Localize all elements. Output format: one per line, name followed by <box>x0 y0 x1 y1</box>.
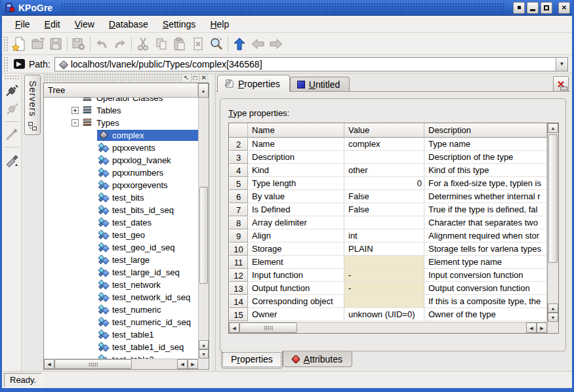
property-name-cell[interactable]: Name <box>248 138 344 151</box>
tree-item-label[interactable]: test_bits <box>112 193 144 203</box>
tree-item[interactable]: test_network <box>44 279 198 291</box>
property-name-cell[interactable]: Element <box>248 256 344 269</box>
tree-scroll-up-button[interactable]: ▲ <box>198 83 209 98</box>
tree-item-label[interactable]: Operator Classes <box>96 98 163 103</box>
tree-item[interactable]: pqxxlog_lvanek <box>44 154 198 167</box>
property-name-cell[interactable]: Description <box>248 151 344 164</box>
property-value-cell[interactable]: unknown (UID=0) <box>344 308 424 321</box>
property-name-cell[interactable]: Storage <box>248 243 344 256</box>
property-name-cell[interactable]: Is Defined <box>248 203 344 216</box>
table-row[interactable]: 14 Corresponding object If this is a com… <box>229 295 547 308</box>
tree-horizontal-scrollbar[interactable]: ◀ ◀ ▶ <box>44 359 198 369</box>
property-value-cell[interactable]: - <box>344 282 424 295</box>
table-scroll-up-button2[interactable]: ▲ <box>548 304 558 313</box>
row-number-cell[interactable]: 7 <box>229 203 248 216</box>
tree-item[interactable]: test_dates <box>44 216 198 229</box>
dock-close-icon[interactable]: ✕ <box>201 75 207 81</box>
connect-button[interactable] <box>3 82 20 99</box>
tree-item-label[interactable]: test_bits_id_seq <box>112 205 174 215</box>
up-button[interactable] <box>230 35 249 53</box>
table-scroll-down-button[interactable]: ▼ <box>548 313 558 322</box>
table-scroll-right-button[interactable]: ▶ <box>537 323 547 333</box>
table-horizontal-scrollbar[interactable]: ◀ ◀ ▶ <box>229 322 547 333</box>
paste-button[interactable] <box>171 35 189 53</box>
tree-item-label[interactable]: complex <box>112 130 144 140</box>
property-value-cell[interactable] <box>344 295 424 308</box>
tree-item[interactable]: pqxxevents <box>44 142 198 154</box>
tab-untitled[interactable]: Untitled <box>290 77 350 91</box>
sql-editor-button[interactable] <box>3 151 20 168</box>
servers-tab[interactable]: Servers <box>24 75 41 135</box>
table-row[interactable]: 4 Kind other Kind of this type <box>229 164 547 177</box>
row-number-cell[interactable]: 11 <box>229 256 248 269</box>
path-value[interactable]: localhost/lvanek/public/Types/complex[34… <box>71 59 262 69</box>
property-value-cell[interactable] <box>344 216 424 229</box>
side-toolbar-grip[interactable] <box>4 75 20 79</box>
table-vertical-scrollbar[interactable]: ▲ ▲ ▼ <box>547 123 558 322</box>
tree-column-header[interactable]: Tree <box>44 83 198 98</box>
row-number-cell[interactable]: 12 <box>229 269 248 282</box>
tree-item-label[interactable]: pqxxorgevents <box>112 180 168 190</box>
cut-button[interactable] <box>134 35 152 53</box>
property-value-cell[interactable]: - <box>344 269 424 282</box>
tree-item[interactable]: test_large_id_seq <box>44 266 198 279</box>
tree-hscroll-thumb[interactable] <box>54 359 132 369</box>
menu-settings[interactable]: Settings <box>156 17 203 31</box>
tree-item-label[interactable]: test_geo_id_seq <box>112 243 174 252</box>
save-as-button[interactable] <box>70 35 88 53</box>
tree-item-label[interactable]: test_large <box>112 255 150 265</box>
tree-item-label[interactable]: test_numeric <box>112 305 161 315</box>
column-header-name[interactable]: Name <box>248 123 344 138</box>
row-number-cell[interactable]: 13 <box>229 282 248 295</box>
expander-icon[interactable]: - <box>72 119 79 127</box>
property-value-cell[interactable]: False <box>344 190 424 203</box>
row-number-cell[interactable]: 5 <box>229 177 248 190</box>
row-number-cell[interactable]: 15 <box>229 308 248 321</box>
bottom-tab-properties[interactable]: Properties <box>221 351 283 368</box>
menu-edit[interactable]: Edit <box>38 17 67 31</box>
row-number-cell[interactable]: 3 <box>229 151 248 164</box>
tree-item-label[interactable]: test_numeric_id_seq <box>112 317 191 327</box>
tree-item-label[interactable]: test_large_id_seq <box>112 267 180 277</box>
table-vscroll-thumb[interactable] <box>548 134 558 263</box>
disconnect-button[interactable] <box>3 100 20 117</box>
panel-splitter[interactable] <box>210 73 216 371</box>
table-scroll-left-button2[interactable]: ◀ <box>526 323 537 333</box>
menu-file[interactable]: File <box>9 17 37 31</box>
table-row[interactable]: 12 Input function - Input conversion fun… <box>229 269 547 282</box>
back-button[interactable] <box>249 35 267 53</box>
tree-item-label[interactable]: Types <box>96 118 119 128</box>
menu-view[interactable]: View <box>68 17 101 31</box>
table-scroll-up-button[interactable]: ▲ <box>548 123 558 133</box>
property-name-cell[interactable]: By value <box>248 190 344 203</box>
table-row[interactable]: 9 Align int Alignment required when stor <box>229 229 547 243</box>
property-value-cell[interactable]: 0 <box>344 177 424 190</box>
path-combobox[interactable]: localhost/lvanek/public/Types/complex[34… <box>54 57 568 71</box>
tree-item-label[interactable]: pqxxlog_lvanek <box>112 155 171 165</box>
table-row[interactable]: 11 Element Element type name <box>229 256 547 269</box>
property-value-cell[interactable]: other <box>344 164 424 177</box>
property-name-cell[interactable]: Corresponding object <box>248 295 344 308</box>
property-value-cell[interactable]: complex <box>344 138 424 151</box>
tree-item[interactable]: complex <box>44 129 198 142</box>
property-value-cell[interactable]: int <box>344 229 424 243</box>
table-scroll-left-button[interactable]: ◀ <box>229 323 239 333</box>
tree-item[interactable]: pqxxnumbers <box>44 167 198 179</box>
find-button[interactable] <box>207 35 226 53</box>
tree-item-label[interactable]: test_geo <box>112 230 145 240</box>
tree-item-label[interactable]: test_table1_id_seq <box>112 342 184 352</box>
wizard-button[interactable] <box>3 126 20 143</box>
undo-button[interactable] <box>92 35 111 53</box>
row-number-cell[interactable]: 14 <box>229 295 248 308</box>
tree-item[interactable]: test_large <box>44 254 198 266</box>
menu-help[interactable]: Help <box>203 17 236 31</box>
maximize-button[interactable] <box>541 2 552 14</box>
tab-properties[interactable]: Properties <box>217 75 290 92</box>
new-document-button[interactable] <box>10 35 28 53</box>
close-tab-button[interactable]: ✕ <box>553 76 569 92</box>
tree-item[interactable]: test_bits <box>44 191 198 204</box>
tree-item[interactable]: test_table1_id_seq <box>44 341 198 353</box>
save-button[interactable] <box>47 35 65 53</box>
close-button[interactable]: ✕ <box>558 2 570 14</box>
bottom-tab-attributes[interactable]: Attributes <box>283 351 352 367</box>
